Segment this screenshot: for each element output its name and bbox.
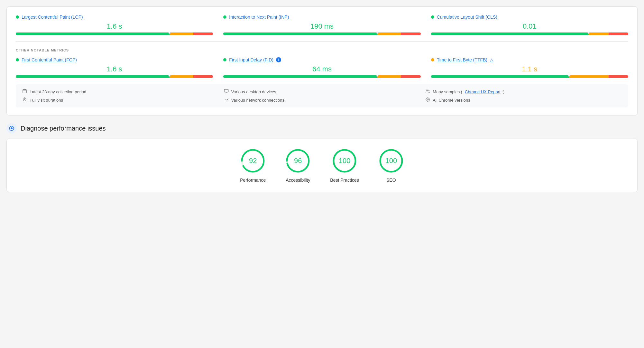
info-icon-fid[interactable]: i xyxy=(276,57,281,62)
bar-marker-fid xyxy=(376,75,379,78)
metric-fid: First Input Delay (FID)i64 ms xyxy=(223,57,420,78)
score-label-best-practices: Best Practices xyxy=(330,178,359,183)
svg-point-8 xyxy=(428,90,429,91)
bar-segment-orange xyxy=(377,75,401,78)
metric-ttfb: Time to First Byte (TTFB)△1.1 s xyxy=(431,57,628,78)
metric-cls: Cumulative Layout Shift (CLS)0.01 xyxy=(431,14,628,35)
bar-segment-green xyxy=(16,32,170,35)
footer-text-3: Full visit durations xyxy=(30,98,63,103)
marker-diamond xyxy=(168,32,171,34)
svg-point-7 xyxy=(427,90,428,91)
metric-inp: Interaction to Next Paint (INP)190 ms xyxy=(223,14,420,35)
metric-label-text-fcp: First Contentful Paint (FCP) xyxy=(22,57,77,62)
footer-icon-5 xyxy=(425,97,430,103)
bar-marker-inp xyxy=(376,32,379,35)
metric-dot-fcp xyxy=(16,58,19,61)
footer-item-3: Full visit durations xyxy=(22,97,219,103)
bar-segment-orange xyxy=(589,32,608,35)
footer-link-2[interactable]: Chrome UX Report xyxy=(465,89,501,94)
score-circle-accessibility: 96 xyxy=(285,148,311,174)
core-metrics-card: Largest Contentful Paint (LCP)1.6 sInter… xyxy=(6,6,638,115)
bar-segment-orange xyxy=(377,32,401,35)
bar-segment-red xyxy=(609,75,628,78)
metric-value-fcp: 1.6 s xyxy=(16,65,213,73)
bar-segment-red xyxy=(193,75,213,78)
other-metrics-label: OTHER NOTABLE METRICS xyxy=(16,48,628,52)
metric-bar-ttfb xyxy=(431,75,628,78)
bar-segment-green xyxy=(16,75,170,78)
metric-lcp: Largest Contentful Paint (LCP)1.6 s xyxy=(16,14,213,35)
metric-label-text-ttfb: Time to First Byte (TTFB) xyxy=(437,57,487,62)
metric-bar-fid xyxy=(223,75,420,78)
marker-diamond xyxy=(168,75,171,77)
score-circle-performance: 92 xyxy=(240,148,266,174)
score-label-performance: Performance xyxy=(240,178,266,183)
metric-value-inp: 190 ms xyxy=(223,22,420,31)
metric-label-lcp[interactable]: Largest Contentful Paint (LCP) xyxy=(16,14,213,20)
metric-label-text-lcp: Largest Contentful Paint (LCP) xyxy=(22,14,83,20)
metric-bar-cls xyxy=(431,32,628,35)
core-metrics-grid: Largest Contentful Paint (LCP)1.6 sInter… xyxy=(16,14,628,35)
metric-bar-lcp xyxy=(16,32,213,35)
metric-label-text-fid: First Input Delay (FID) xyxy=(229,57,273,62)
score-number-accessibility: 96 xyxy=(294,157,302,165)
metric-label-inp[interactable]: Interaction to Next Paint (INP) xyxy=(223,14,420,20)
bar-segment-orange xyxy=(170,32,193,35)
score-label-seo: SEO xyxy=(386,178,396,183)
footer-text-4: Various network connections xyxy=(231,98,284,103)
score-circle-best-practices: 100 xyxy=(332,148,357,174)
metric-dot-lcp xyxy=(16,15,19,19)
svg-rect-0 xyxy=(23,90,26,93)
score-item-performance: 92 Performance xyxy=(240,148,266,183)
metric-dot-inp xyxy=(223,15,226,19)
metric-label-fcp[interactable]: First Contentful Paint (FCP) xyxy=(16,57,213,62)
footer-item-0: Latest 28-day collection period xyxy=(22,89,219,95)
score-label-accessibility: Accessibility xyxy=(286,178,310,183)
score-number-seo: 100 xyxy=(385,157,397,165)
footer-item-1: Various desktop devices xyxy=(224,89,420,95)
diagnose-section: Diagnose performance issues 92 Performan… xyxy=(6,123,638,192)
bar-segment-orange xyxy=(569,75,609,78)
svg-point-12 xyxy=(226,101,226,101)
score-circle-seo: 100 xyxy=(378,148,404,174)
footer-item-2: Many samples (Chrome UX Report) xyxy=(425,89,622,95)
metric-dot-fid xyxy=(223,58,226,61)
diagnose-title: Diagnose performance issues xyxy=(21,125,106,132)
metric-label-ttfb[interactable]: Time to First Byte (TTFB)△ xyxy=(431,57,628,62)
footer-after-2: ) xyxy=(503,89,504,94)
metric-value-fid: 64 ms xyxy=(223,65,420,73)
footer-text-1: Various desktop devices xyxy=(231,89,276,94)
metric-dot-ttfb xyxy=(431,58,434,61)
footer-text-0: Latest 28-day collection period xyxy=(30,89,86,94)
metric-label-fid[interactable]: First Input Delay (FID)i xyxy=(223,57,420,62)
score-item-best-practices: 100 Best Practices xyxy=(330,148,359,183)
scores-card: 92 Performance 96 Accessibility 100 Best… xyxy=(6,139,638,192)
svg-point-13 xyxy=(426,98,429,101)
bar-segment-green xyxy=(223,75,377,78)
metric-label-text-inp: Interaction to Next Paint (INP) xyxy=(229,14,289,20)
bar-marker-ttfb xyxy=(568,75,570,78)
warning-icon-ttfb: △ xyxy=(490,57,493,62)
bar-marker-cls xyxy=(587,32,590,35)
other-metrics-grid: First Contentful Paint (FCP)1.6 sFirst I… xyxy=(16,57,628,78)
score-number-best-practices: 100 xyxy=(339,157,351,165)
marker-diamond xyxy=(587,32,590,34)
score-number-performance: 92 xyxy=(249,157,257,165)
bar-segment-red xyxy=(193,32,213,35)
marker-diamond xyxy=(568,75,570,77)
footer-icon-3 xyxy=(22,97,27,103)
footer-icon-0 xyxy=(22,89,27,95)
metric-bar-inp xyxy=(223,32,420,35)
bar-segment-green xyxy=(431,32,589,35)
bar-marker-fcp xyxy=(168,75,171,78)
metric-dot-cls xyxy=(431,15,434,19)
bar-segment-red xyxy=(609,32,628,35)
footer-icon-2 xyxy=(425,89,430,95)
bar-segment-red xyxy=(401,75,420,78)
footer-text-2: Many samples ( xyxy=(433,89,462,94)
footer-text-5: All Chrome versions xyxy=(433,98,470,103)
metric-label-cls[interactable]: Cumulative Layout Shift (CLS) xyxy=(431,14,628,20)
svg-point-19 xyxy=(11,127,13,129)
diagnose-icon xyxy=(6,123,17,133)
marker-diamond xyxy=(376,75,378,77)
